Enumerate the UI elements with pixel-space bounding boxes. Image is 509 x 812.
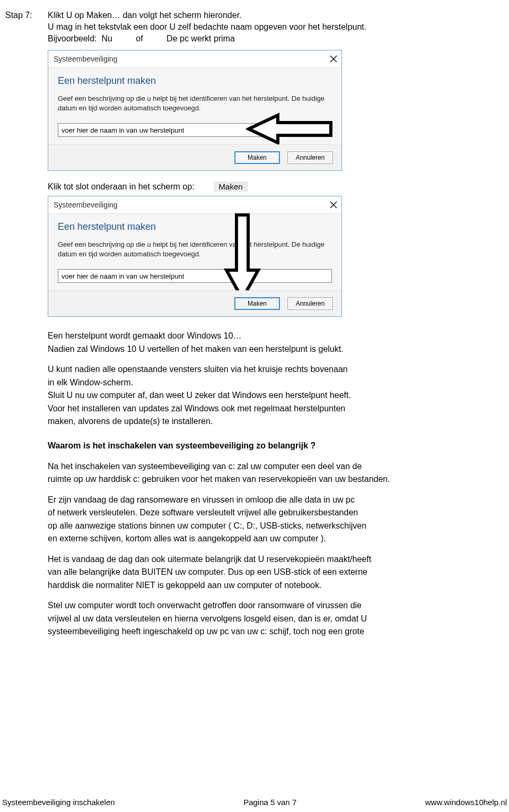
dialog-title: Systeembeveiliging [54, 201, 118, 209]
text-line: in elk Window-scherm. [48, 377, 482, 388]
text-line: Er zijn vandaag de dag ransomeware en vi… [48, 495, 482, 505]
instruction-text: Klik tot slot onderaan in het scherm op: [48, 182, 195, 192]
dialog-description: Geef een beschrijving op die u helpt bij… [58, 94, 332, 113]
step-line-1: Klikt U op Maken… dan volgt het scherm h… [48, 11, 482, 20]
why-p2: Er zijn vandaag de dag ransomeware en vi… [48, 495, 482, 545]
step-label: Stap 7: [5, 11, 48, 20]
page-footer: Systeembeveiliging inschakelen Pagina 5 … [0, 798, 509, 807]
cancel-button[interactable]: Annuleren [287, 151, 333, 164]
why-p1: Na het inschakelen van systeembeveiligin… [48, 461, 482, 485]
cancel-button[interactable]: Annuleren [287, 297, 333, 310]
text-line: Nadien zal Windows 10 U vertellen of het… [48, 344, 482, 355]
close-icon[interactable] [330, 55, 337, 63]
arrow-left-icon [246, 112, 336, 148]
dialog-restore-point-1: Systeembeveiliging Een herstelpunt maken… [48, 50, 342, 171]
step-line-2: U mag in het tekstvlak een door U zelf b… [48, 22, 482, 32]
close-icon[interactable] [330, 201, 337, 209]
dialog-title: Systeembeveiliging [54, 55, 118, 63]
dialog-titlebar: Systeembeveiliging [48, 50, 341, 67]
text-line: Sluit U nu uw computer af, dan weet U ze… [48, 390, 482, 401]
footer-center: Pagina 5 van 7 [243, 798, 296, 807]
why-heading: Waarom is het inschakelen van systeembev… [48, 440, 482, 451]
footer-right: www.windows10help.nl [425, 798, 507, 807]
dialog-description: Geef een beschrijving op die u helpt bij… [58, 240, 332, 258]
text-line: Voor het installeren van updates zal Win… [48, 403, 482, 414]
dialog-2-wrap: Systeembeveiliging Een herstelpunt maken… [5, 196, 504, 317]
dialog-heading: Een herstelpunt maken [58, 75, 332, 87]
why-heading-block: Waarom is het inschakelen van systeembev… [48, 440, 482, 451]
after-block-2: U kunt nadien alle openstaande vensters … [48, 364, 482, 427]
text-line: Na het inschakelen van systeembeveiligin… [48, 461, 482, 472]
text-line: maken, alvorens de update(s) te installe… [48, 416, 482, 427]
step-7-row: Stap 7: Klikt U op Maken… dan volgt het … [5, 11, 504, 46]
dialog-body: Een herstelpunt maken Geef een beschrijv… [48, 213, 341, 290]
after-block-1: Een herstelpunt wordt gemaakt door Windo… [48, 331, 482, 355]
dialog-body: Een herstelpunt maken Geef een beschrijv… [48, 67, 341, 144]
maken-label-chip: Maken [214, 182, 248, 192]
text-line: systeembeveiliging heeft ingeschakeld op… [48, 626, 482, 637]
text-line: en externe schijven, kortom alles wat is… [48, 533, 482, 544]
input-row [58, 269, 332, 283]
dialog-titlebar: Systeembeveiliging [48, 196, 341, 213]
dialog-button-bar: Maken Annuleren [48, 290, 341, 316]
make-button[interactable]: Maken [234, 297, 280, 310]
text-line: op alle aanwezige stations binnen uw com… [48, 521, 482, 531]
instruction-line: Klik tot slot onderaan in het scherm op:… [48, 182, 504, 192]
step-body: Klikt U op Maken… dan volgt het scherm h… [48, 11, 504, 46]
text-line: U kunt nadien alle openstaande vensters … [48, 364, 482, 375]
why-p4: Stel uw computer wordt toch onverwacht g… [48, 600, 482, 637]
text-line: vrijwel al uw data versleutelen en hiern… [48, 614, 482, 624]
text-line: harddisk die normaliter NIET is gekoppel… [48, 580, 482, 591]
text-line: Een herstelpunt wordt gemaakt door Windo… [48, 331, 482, 341]
input-row [58, 123, 332, 137]
document-page: Stap 7: Klikt U op Maken… dan volgt het … [0, 0, 509, 812]
why-p3: Het is vandaag de dag dan ook uitermate … [48, 554, 482, 591]
text-line: Stel uw computer wordt toch onverwacht g… [48, 600, 482, 611]
text-line: of netwerk versleutelen. Deze software v… [48, 507, 482, 518]
dialog-button-bar: Maken Annuleren [48, 144, 341, 170]
dialog-restore-point-2: Systeembeveiliging Een herstelpunt maken… [48, 196, 342, 317]
footer-left: Systeembeveiliging inschakelen [2, 798, 115, 807]
dialog-heading: Een herstelpunt maken [58, 221, 332, 232]
restore-point-name-input[interactable] [58, 269, 332, 283]
step-line-3: Bijvoorbeeld: Nu of De pc werkt prima [48, 34, 482, 44]
make-button[interactable]: Maken [234, 151, 280, 164]
text-line: Het is vandaag de dag dan ook uitermate … [48, 554, 482, 565]
text-line: van alle belangrijke data BUITEN uw comp… [48, 567, 482, 577]
text-line: ruimte op uw harddisk c: gebruiken voor … [48, 474, 482, 485]
